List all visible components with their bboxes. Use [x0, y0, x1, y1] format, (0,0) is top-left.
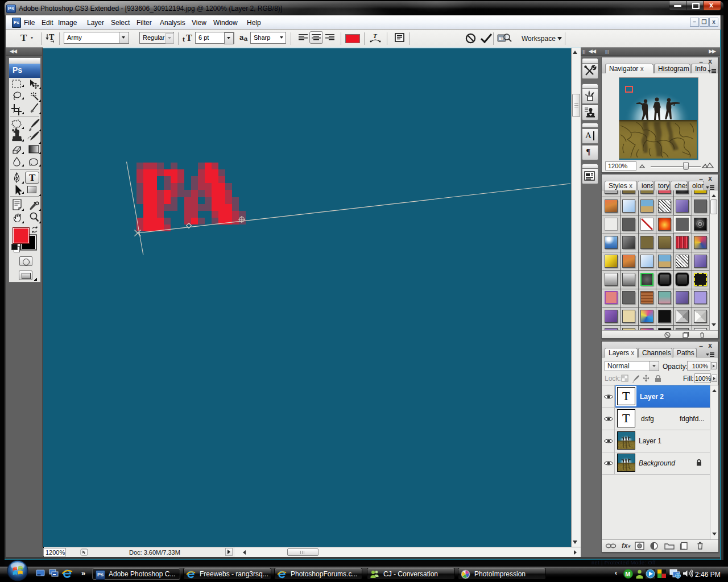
svg-text:Br: Br — [499, 36, 503, 40]
svg-text:T: T — [49, 33, 55, 41]
svg-text:T: T — [373, 32, 378, 39]
svg-text:M: M — [625, 571, 630, 577]
